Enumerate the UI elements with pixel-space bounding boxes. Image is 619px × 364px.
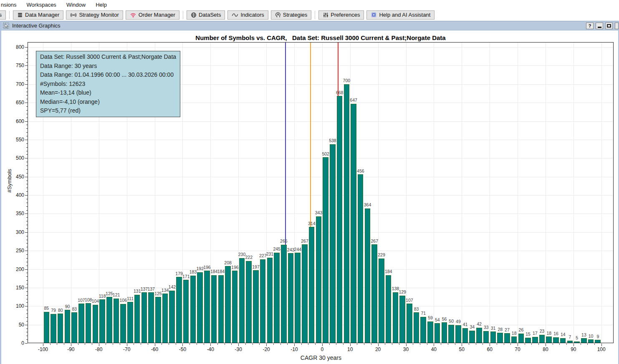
order-manager-button[interactable]: Order Manager (126, 10, 179, 20)
broadcast-icon (70, 12, 77, 18)
minimize-button[interactable] (596, 23, 603, 29)
help-and-ai-assistant-button[interactable]: Help and AI Assistant (366, 10, 435, 20)
menu-item-extensions[interactable]: nsions (0, 1, 22, 9)
help-button[interactable]: ? (586, 23, 594, 29)
strategies-button[interactable]: Strategies (271, 10, 312, 20)
toolbar-separator (9, 11, 10, 19)
maximize-button[interactable] (605, 23, 613, 29)
strategy-monitor-button[interactable]: Strategy Monitor (66, 10, 123, 20)
indicators-button[interactable]: Indicators (227, 10, 268, 20)
window-titlebar[interactable]: Interactive Graphics ? (1, 21, 618, 30)
preferences-button[interactable]: Preferences (318, 10, 364, 20)
menu-bar: nsions Workspaces Window Help (0, 0, 619, 9)
menu-item-workspaces[interactable]: Workspaces (22, 1, 61, 9)
head-icon (275, 12, 281, 18)
toolbar-separator (315, 11, 315, 19)
menu-item-window[interactable]: Window (61, 1, 91, 9)
menu-item-help[interactable]: Help (91, 1, 112, 9)
toolbar: s Data ManagerStrategy MonitorOrder Mana… (0, 9, 619, 20)
close-button-partial[interactable] (615, 23, 619, 29)
application-window: nsions Workspaces Window Help s Data Man… (0, 0, 619, 364)
sliders-icon (323, 12, 328, 18)
database-icon (17, 12, 23, 18)
globe-icon (191, 12, 197, 18)
interactive-graphics-window: Interactive Graphics ? (0, 21, 619, 364)
assistant-icon (371, 12, 377, 18)
wifi-icon (130, 12, 136, 18)
data-manager-button[interactable]: Data Manager (13, 10, 63, 20)
toolbar-separator (183, 11, 183, 19)
window-title: Interactive Graphics (12, 23, 61, 29)
datasets-button[interactable]: DataSets (187, 10, 225, 20)
interactive-cursor-icon (3, 23, 10, 29)
sine-wave-icon (232, 12, 238, 18)
toolbar-partial-button[interactable]: s (0, 10, 6, 20)
